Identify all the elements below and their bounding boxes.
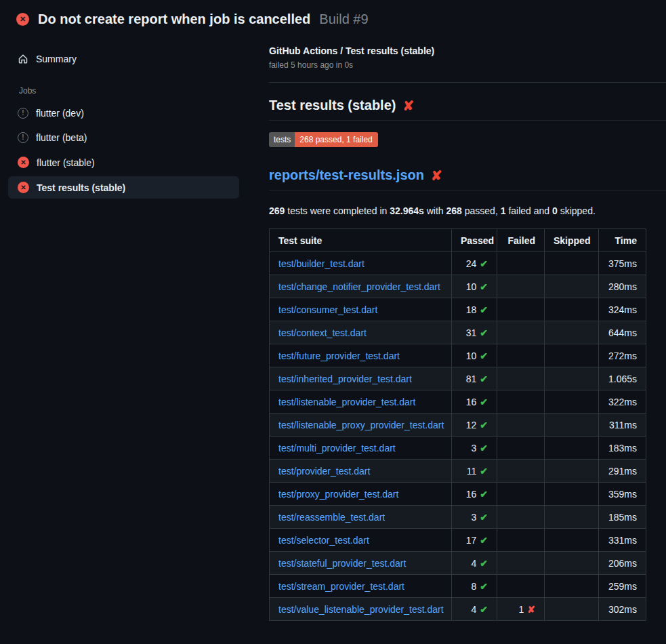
time-cell: 206ms bbox=[599, 552, 646, 575]
table-header-row: Test suite Passed Failed Skipped Time bbox=[270, 229, 646, 252]
skipped-cell bbox=[545, 529, 599, 552]
sidebar-item-summary[interactable]: Summary bbox=[8, 48, 239, 70]
sidebar-job-item[interactable]: ✕flutter (stable) bbox=[8, 151, 239, 174]
failed-cell bbox=[497, 321, 545, 344]
test-suite-link[interactable]: test/stream_provider_test.dart bbox=[278, 581, 404, 592]
check-icon: ✔ bbox=[480, 258, 488, 269]
time-cell: 183ms bbox=[599, 437, 646, 460]
test-suite-link[interactable]: test/selector_test.dart bbox=[278, 535, 369, 546]
failed-cell bbox=[497, 529, 545, 552]
test-suite-link[interactable]: test/change_notifier_provider_test.dart bbox=[278, 281, 440, 292]
check-icon: ✔ bbox=[480, 281, 488, 292]
passed-cell: 8✔ bbox=[452, 575, 497, 598]
badge-value: 268 passed, 1 failed bbox=[295, 132, 377, 147]
failed-cell bbox=[497, 460, 545, 483]
check-icon: ✔ bbox=[480, 558, 488, 569]
table-row: test/builder_test.dart24✔375ms bbox=[270, 252, 646, 275]
skipped-cell bbox=[545, 275, 599, 298]
skipped-cell bbox=[545, 367, 599, 390]
table-row: test/stream_provider_test.dart8✔259ms bbox=[270, 575, 646, 598]
test-suite-link[interactable]: test/multi_provider_test.dart bbox=[278, 443, 396, 454]
table-row: test/stateful_provider_test.dart4✔206ms bbox=[270, 552, 646, 575]
job-label: Test results (stable) bbox=[37, 182, 125, 193]
check-icon: ✔ bbox=[480, 535, 488, 546]
passed-cell: 3✔ bbox=[452, 437, 497, 460]
time-cell: 280ms bbox=[599, 275, 646, 298]
time-cell: 331ms bbox=[599, 529, 646, 552]
cross-mark-icon: ✘ bbox=[402, 99, 414, 113]
time-cell: 311ms bbox=[599, 414, 646, 437]
report-file-heading: reports/test-results.json ✘ bbox=[269, 167, 666, 190]
passed-cell: 12✔ bbox=[452, 414, 497, 437]
jobs-list: !flutter (dev)!flutter (beta)✕flutter (s… bbox=[8, 102, 239, 199]
suite-cell: test/provider_test.dart bbox=[270, 460, 452, 483]
test-suite-link[interactable]: test/listenable_proxy_provider_test.dart bbox=[278, 420, 444, 430]
table-row: test/inherited_provider_test.dart81✔1.06… bbox=[270, 367, 646, 390]
check-run-title: Test results (stable) ✘ bbox=[269, 98, 666, 121]
col-failed: Failed bbox=[497, 229, 545, 252]
time-cell: 324ms bbox=[599, 298, 646, 321]
x-circle-icon: ✕ bbox=[18, 157, 29, 168]
skipped-cell bbox=[545, 321, 599, 344]
failed-cell bbox=[497, 483, 545, 506]
test-suite-link[interactable]: test/reassemble_test.dart bbox=[278, 512, 385, 523]
test-suite-link[interactable]: test/inherited_provider_test.dart bbox=[278, 374, 412, 384]
check-icon: ✔ bbox=[480, 512, 488, 523]
report-file-link[interactable]: reports/test-results.json bbox=[269, 167, 424, 183]
breadcrumb: GitHub Actions / Test results (stable) bbox=[269, 45, 666, 56]
check-icon: ✔ bbox=[480, 374, 488, 384]
failed-cell bbox=[497, 367, 545, 390]
sidebar: Summary Jobs !flutter (dev)!flutter (bet… bbox=[0, 36, 247, 201]
skipped-cell bbox=[545, 437, 599, 460]
jobs-section-label: Jobs bbox=[19, 86, 239, 96]
run-header: ✕ Do not create report when job is cance… bbox=[0, 0, 666, 36]
skipped-cell bbox=[545, 598, 599, 621]
test-suite-link[interactable]: test/consumer_test.dart bbox=[278, 304, 377, 315]
time-cell: 375ms bbox=[599, 252, 646, 275]
x-icon: ✘ bbox=[527, 604, 535, 615]
skipped-cell bbox=[545, 298, 599, 321]
sidebar-job-item[interactable]: !flutter (beta) bbox=[8, 127, 239, 148]
job-label: flutter (stable) bbox=[37, 157, 95, 168]
suite-cell: test/reassemble_test.dart bbox=[270, 506, 452, 529]
passed-cell: 16✔ bbox=[452, 390, 497, 414]
test-suite-link[interactable]: test/provider_test.dart bbox=[278, 466, 370, 477]
failed-cell bbox=[497, 344, 545, 367]
skipped-cell bbox=[545, 252, 599, 275]
passed-cell: 18✔ bbox=[452, 298, 497, 321]
test-suite-link[interactable]: test/listenable_provider_test.dart bbox=[278, 397, 415, 407]
test-suite-link[interactable]: test/future_provider_test.dart bbox=[278, 350, 400, 361]
time-cell: 359ms bbox=[599, 483, 646, 506]
skipped-cell bbox=[545, 344, 599, 367]
test-results-table: Test suite Passed Failed Skipped Time te… bbox=[269, 228, 646, 621]
suite-cell: test/stateful_provider_test.dart bbox=[270, 552, 452, 575]
page-title: Do not create report when job is cancell… bbox=[38, 12, 310, 27]
suite-cell: test/inherited_provider_test.dart bbox=[270, 367, 452, 390]
suite-cell: test/value_listenable_provider_test.dart bbox=[270, 598, 452, 621]
sidebar-job-item[interactable]: ✕Test results (stable) bbox=[8, 176, 239, 199]
test-suite-link[interactable]: test/value_listenable_provider_test.dart bbox=[278, 604, 444, 615]
test-suite-link[interactable]: test/stateful_provider_test.dart bbox=[278, 558, 406, 569]
check-icon: ✔ bbox=[480, 443, 488, 454]
layout: Summary Jobs !flutter (dev)!flutter (bet… bbox=[0, 36, 666, 621]
sidebar-job-item[interactable]: !flutter (dev) bbox=[8, 102, 239, 124]
failed-cell bbox=[497, 506, 545, 529]
check-run-title-text: Test results (stable) bbox=[269, 98, 396, 113]
skipped-cell bbox=[545, 552, 599, 575]
passed-cell: 16✔ bbox=[452, 483, 497, 506]
col-time: Time bbox=[599, 229, 646, 252]
time-cell: 291ms bbox=[599, 460, 646, 483]
test-suite-link[interactable]: test/context_test.dart bbox=[278, 327, 367, 338]
time-cell: 644ms bbox=[599, 321, 646, 344]
passed-cell: 10✔ bbox=[452, 275, 497, 298]
test-suite-link[interactable]: test/builder_test.dart bbox=[278, 258, 365, 269]
check-icon: ✔ bbox=[480, 420, 488, 430]
time-cell: 1.065s bbox=[599, 367, 646, 390]
main-content: GitHub Actions / Test results (stable) f… bbox=[247, 36, 666, 621]
test-suite-link[interactable]: test/proxy_provider_test.dart bbox=[278, 489, 398, 500]
skipped-cell bbox=[545, 390, 599, 414]
suite-cell: test/multi_provider_test.dart bbox=[270, 437, 452, 460]
cancelled-icon: ! bbox=[18, 132, 28, 143]
suite-cell: test/listenable_provider_test.dart bbox=[270, 390, 452, 414]
suite-cell: test/future_provider_test.dart bbox=[270, 344, 452, 367]
